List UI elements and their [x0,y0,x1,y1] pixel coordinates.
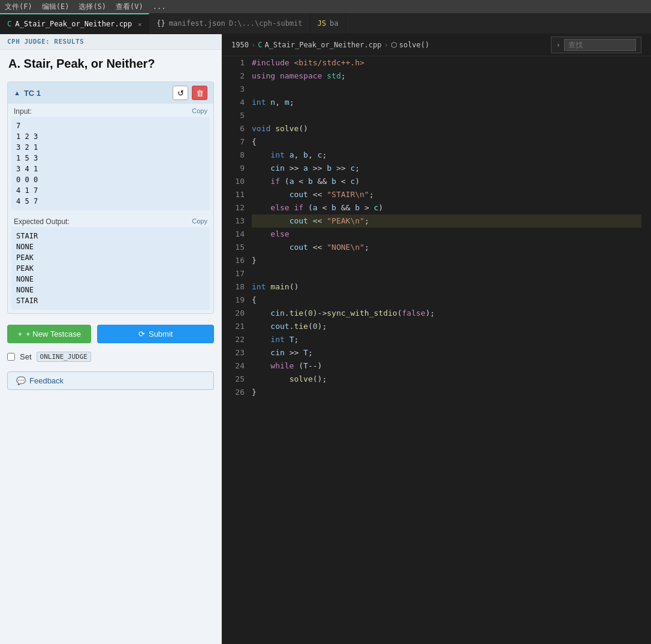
menu-item-select[interactable]: 选择(S) [79,2,106,12]
code-line-6: void solve() [252,122,641,135]
code-line-19: { [252,294,641,307]
code-line-17 [252,267,641,280]
menu-bar: 文件(F) 编辑(E) 选择(S) 查看(V) ... [0,0,651,13]
find-widget: › [551,37,641,53]
tc-title: ▲ TC 1 [14,89,41,98]
main-layout: CPH JUDGE: RESULTS A. Stair, Peak, or Ne… [0,34,651,644]
tc-chevron-icon[interactable]: ▲ [14,89,20,96]
tab-json[interactable]: {} manifest.json D:\...\cph-submit [149,13,310,34]
breadcrumb-sep1: › [251,41,255,49]
editor-content[interactable]: 12345 678910 1112131415 1617181920 21222… [222,56,651,644]
code-line-22: int T; [252,333,641,346]
set-label: Set [20,352,32,361]
menu-item-view[interactable]: 查看(V) [116,2,143,12]
tab-bar: C A_Stair_Peak_or_Neither.cpp ✕ {} manif… [0,13,651,34]
code-line-16: } [252,254,641,267]
tc-output-label-row: Expected Output: Copy [8,214,213,227]
json-icon: {} [156,19,165,28]
btn-row: + + New Testcase ⟳ Submit [0,319,221,349]
breadcrumb-function: solve() [399,41,430,49]
tc-block: ▲ TC 1 ↺ 🗑 Input: Copy 7 1 2 3 3 2 1 1 5… [7,81,214,314]
submit-icon: ⟳ [138,329,145,338]
feedback-icon: 💬 [16,376,26,385]
feedback-button[interactable]: 💬 Feedback [7,371,214,390]
tc-input-label: Input: [14,107,32,116]
menu-item-edit[interactable]: 编辑(E) [42,2,70,12]
code-line-12: else if (a < b && b > c) [252,201,641,214]
tc-btn-group: ↺ 🗑 [173,86,207,100]
menu-item-more[interactable]: ... [153,2,166,11]
tc-input-label-row: Input: Copy [8,104,213,117]
code-line-7: { [252,135,641,149]
left-panel: CPH JUDGE: RESULTS A. Stair, Peak, or Ne… [0,34,222,644]
new-testcase-button[interactable]: + + New Testcase [7,325,91,343]
find-chevron: › [556,41,560,49]
problem-title: A. Stair, Peak, or Neither? [0,50,221,77]
code-line-2: using namespace std; [252,69,641,83]
breadcrumb-file: A_Stair_Peak_or_Neither.cpp [264,41,381,49]
tab-js-label: ba [330,19,338,28]
cph-header: CPH JUDGE: RESULTS [0,34,221,50]
code-line-25: solve(); [252,373,641,386]
new-testcase-label: + New Testcase [26,329,81,338]
cpp-icon: C [7,20,11,28]
code-line-26: } [252,386,641,399]
js-icon: JS [318,19,326,28]
find-input[interactable] [564,39,636,51]
breadcrumb-sep2: › [384,41,388,49]
tc-output-label: Expected Output: [14,217,70,226]
code-line-20: cin.tie(0)->sync_with_stdio(false); [252,307,641,320]
code-line-11: cout << "STAIR\n"; [252,188,641,201]
code-line-21: cout.tie(0); [252,320,641,333]
tab-cpp-close[interactable]: ✕ [138,21,141,28]
online-judge-value: ONLINE_JUDGE [37,352,91,362]
tab-cpp-label: A_Stair_Peak_or_Neither.cpp [15,20,132,28]
tc-output-copy[interactable]: Copy [192,217,207,226]
code-line-10: if (a < b && b < c) [252,175,641,188]
tc-input-content[interactable]: 7 1 2 3 3 2 1 1 5 3 3 4 1 0 0 0 4 1 7 4 … [11,117,210,210]
line-numbers: 12345 678910 1112131415 1617181920 21222… [222,56,252,644]
code-line-3 [252,83,641,96]
checkbox-row: Set ONLINE_JUDGE [0,349,221,368]
code-line-13: cout << "PEAK\n"; [252,214,641,228]
code-line-1: #include <bits/stdc++.h> [252,56,641,69]
tab-cpp[interactable]: C A_Stair_Peak_or_Neither.cpp ✕ [0,13,149,34]
code-line-23: cin >> T; [252,346,641,359]
code-line-24: while (T--) [252,359,641,373]
tc-header: ▲ TC 1 ↺ 🗑 [8,82,213,104]
tc-expected-content[interactable]: STAIR NONE PEAK PEAK NONE NONE STAIR [11,227,210,310]
code-area: #include <bits/stdc++.h> using namespace… [252,56,651,644]
code-line-18: int main() [252,280,641,294]
breadcrumb-year: 1950 [231,41,249,49]
editor-panel: 1950 › C A_Stair_Peak_or_Neither.cpp › ⬡… [222,34,651,644]
code-line-8: int a, b, c; [252,149,641,162]
plus-icon: + [17,329,22,338]
tc-reset-button[interactable]: ↺ [173,86,188,100]
tc-input-copy[interactable]: Copy [192,107,207,116]
code-line-14: else [252,228,641,241]
menu-item-file[interactable]: 文件(F) [5,2,32,12]
code-line-9: cin >> a >> b >> c; [252,162,641,175]
tab-json-path: D:\...\cph-submit [229,19,303,28]
tc-label: TC 1 [24,89,41,98]
online-judge-checkbox[interactable] [7,353,15,361]
breadcrumb-symbol-icon: ⬡ [391,41,397,49]
breadcrumb-file-icon: C [258,41,262,49]
tab-js[interactable]: JS ba [311,13,346,34]
breadcrumb: 1950 › C A_Stair_Peak_or_Neither.cpp › ⬡… [222,34,651,56]
tab-json-label: manifest.json [169,19,225,28]
tc-delete-button[interactable]: 🗑 [192,86,207,100]
submit-label: Submit [149,329,173,338]
code-line-15: cout << "NONE\n"; [252,241,641,254]
code-line-4: int n, m; [252,96,641,109]
submit-button[interactable]: ⟳ Submit [97,325,214,343]
code-line-5 [252,109,641,122]
feedback-label: Feedback [29,376,64,385]
